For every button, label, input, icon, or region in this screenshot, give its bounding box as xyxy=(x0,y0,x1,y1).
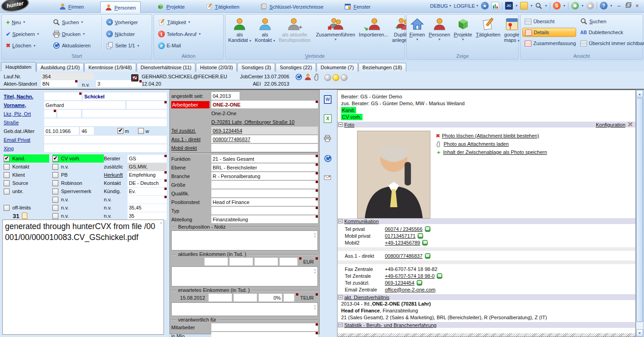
firma-adresse-link[interactable]: D-70281 Lahr, Offenburger Straße 10 xyxy=(211,119,295,125)
dial-icon[interactable]: ☎ xyxy=(425,253,430,259)
strasse-field[interactable] xyxy=(44,118,167,126)
debug-dropdown[interactable]: DEBUG▾ xyxy=(430,3,451,9)
minimize-button[interactable]: – xyxy=(615,3,623,9)
importieren-button[interactable]: ➔Importieren... xyxy=(357,16,390,52)
document-icon[interactable] xyxy=(22,213,27,219)
chevron-down-icon[interactable]: ▾ xyxy=(545,4,547,8)
word-export-icon[interactable]: W xyxy=(324,95,332,104)
gebdat-field[interactable]: 01.10.1966 xyxy=(44,127,79,135)
flag-source[interactable]: Source xyxy=(4,179,49,187)
checkbox-nv-3[interactable] xyxy=(52,205,58,211)
scroll-arrows[interactable]: ▲▼ xyxy=(313,232,317,238)
refresh-icon[interactable] xyxy=(324,154,332,163)
checkbox-klient[interactable] xyxy=(4,172,10,178)
excel-export-icon[interactable]: X xyxy=(324,114,332,123)
lkz-plz-ort-label[interactable]: Lkz, Plz, Ort xyxy=(4,111,43,117)
checkbox-kand[interactable] xyxy=(4,156,10,162)
email-privat-label[interactable]: Email Privat xyxy=(4,137,43,143)
mobil-privat-value[interactable]: 01713457171 xyxy=(385,233,415,239)
einkommen-field-4[interactable] xyxy=(280,258,297,266)
photo-from-clipboard-link[interactable]: ＋Inhalt der Zwischenablage als Photo spe… xyxy=(436,149,547,155)
flag-nv-3[interactable]: n.v. xyxy=(52,204,104,212)
loeschen-button[interactable]: ✖Löschen▾ xyxy=(4,40,49,51)
plz-field[interactable] xyxy=(57,110,81,117)
status-orb-gray-2[interactable] xyxy=(341,74,348,81)
tab-dokumente[interactable]: Dokumente (7) xyxy=(317,63,358,71)
erw-field-2[interactable] xyxy=(234,294,257,301)
ansicht-suchen-button[interactable]: Suchen xyxy=(578,17,644,26)
help-icon[interactable]: ? xyxy=(600,2,608,10)
logfile-dropdown[interactable]: LOGFILE▾ xyxy=(454,3,478,9)
scroll-up-icon[interactable]: ▲ xyxy=(159,221,163,224)
tel-zusaetzl-value[interactable]: 069-1234454 xyxy=(385,280,414,286)
qualifik-field[interactable] xyxy=(211,189,318,197)
dienstverhaeltnis-caption[interactable]: akt. Dienstverhältnis xyxy=(344,295,389,300)
kontakt-sprache-field[interactable]: DE - Deutsch xyxy=(128,179,167,187)
foto-caption[interactable]: Foto xyxy=(344,122,354,128)
kommunikation-caption[interactable]: Kommunikation xyxy=(344,219,379,224)
tab-dienstverhaeltnisse[interactable]: Dienstverhältnisse (11) xyxy=(137,63,196,71)
collapse-icon[interactable] xyxy=(338,123,342,127)
checkbox-nv-1[interactable] xyxy=(52,164,58,170)
arbeitgeber-field[interactable]: ONE-2-ONE xyxy=(211,101,318,108)
photo-delete-link[interactable]: ✖Photo löschen (Attachment bleibt besteh… xyxy=(436,133,547,139)
naechster-button[interactable]: ▸Nächster xyxy=(104,29,150,40)
titel-nachname-label[interactable]: Titel, Nachn. xyxy=(4,94,43,99)
menu-schluessel-verzeichnisse[interactable]: Schlüssel-Verzeichnisse xyxy=(256,2,328,11)
vorheriger-button[interactable]: ◂Vorheriger xyxy=(104,17,150,28)
lkz-field[interactable] xyxy=(44,110,56,117)
vorname-label[interactable]: Vorname, xyxy=(4,102,43,108)
speichern-button[interactable]: ✔Speichern▾ xyxy=(4,29,49,40)
uebersicht-button[interactable]: Übersicht xyxy=(522,17,576,26)
chevron-down-icon[interactable]: ▾ xyxy=(516,4,517,8)
einkommen-field-2[interactable] xyxy=(230,258,253,266)
tab-hauptdaten[interactable]: Hauptdaten xyxy=(1,62,36,71)
typ-field[interactable] xyxy=(211,207,318,214)
vorname-field[interactable]: Gerhard xyxy=(44,101,125,109)
zeige-taetigkeiten-button[interactable]: Tätigkeiten xyxy=(474,16,502,52)
neu-button[interactable]: +Neu▾ xyxy=(4,17,49,28)
positionstext-field[interactable]: Head of Finance xyxy=(211,198,318,206)
scroll-arrows[interactable]: ▲▼ xyxy=(313,304,317,310)
zeige-projekte-button[interactable]: Projekte▾ xyxy=(452,16,474,52)
mobil2-value[interactable]: +49-123456789 xyxy=(385,240,420,245)
flag-kontakt[interactable]: Kontakt xyxy=(4,163,49,171)
flag-nv-1[interactable]: n.v. xyxy=(52,163,104,171)
herkunft-field[interactable]: Empfehlung xyxy=(128,171,167,179)
google-maps-button[interactable]: googlemaps ▾ xyxy=(502,16,521,52)
chart-icon[interactable] xyxy=(491,2,499,10)
email-button[interactable]: eE-Mail xyxy=(156,40,221,51)
jobcenter-icon[interactable]: JC xyxy=(505,2,513,10)
nv-info-field[interactable] xyxy=(128,196,167,204)
suchen-button[interactable]: Suchen▾ xyxy=(51,17,100,28)
tab-sonstiges-3[interactable]: Sonstiges (3) xyxy=(237,63,275,71)
flag-klient[interactable]: Klient xyxy=(4,171,49,179)
photo-from-attachments-link[interactable]: Photo aus Attachments laden xyxy=(436,141,547,147)
flag-kand[interactable]: Kand. xyxy=(4,154,49,163)
einkommen-field-3[interactable] xyxy=(255,258,278,266)
flag-nv-4[interactable]: n.v. xyxy=(52,212,104,220)
nv-35-field[interactable]: 35 xyxy=(128,212,167,220)
nachname-field[interactable]: Schickel xyxy=(83,92,167,100)
vorname2-field[interactable] xyxy=(127,101,167,109)
checkbox-nv-4[interactable] xyxy=(52,213,58,219)
menu-personen[interactable]: Personen xyxy=(100,1,141,13)
dial-icon[interactable]: ☎ xyxy=(418,233,423,239)
checkbox-robinson[interactable] xyxy=(52,180,58,186)
email-zentrale-value[interactable]: office@one-2-one.com xyxy=(385,287,435,292)
groesse-field[interactable] xyxy=(211,181,318,189)
timer-green-icon[interactable] xyxy=(571,2,579,10)
skype-icon[interactable]: S xyxy=(553,2,561,10)
envelope-icon[interactable] xyxy=(324,174,331,181)
alter-field[interactable]: 46 xyxy=(80,127,94,135)
menu-fenster[interactable]: Fenster xyxy=(340,2,375,11)
dublettencheck-button[interactable]: ABDublettencheck xyxy=(578,28,644,37)
als-kontakt-button[interactable]: alsKontakt ▾ xyxy=(253,16,277,52)
calendar-31-icon[interactable]: 31 xyxy=(13,213,19,220)
collapse-icon[interactable] xyxy=(338,219,342,223)
checkbox-weiblich[interactable] xyxy=(138,128,144,134)
close-button[interactable]: × xyxy=(633,3,641,9)
notiz-textarea[interactable]: ▲▼ xyxy=(171,230,318,250)
funktion-field[interactable]: 21 - Sales Gesamt xyxy=(211,155,318,163)
scroll-up-button[interactable]: ▲ xyxy=(636,90,643,97)
